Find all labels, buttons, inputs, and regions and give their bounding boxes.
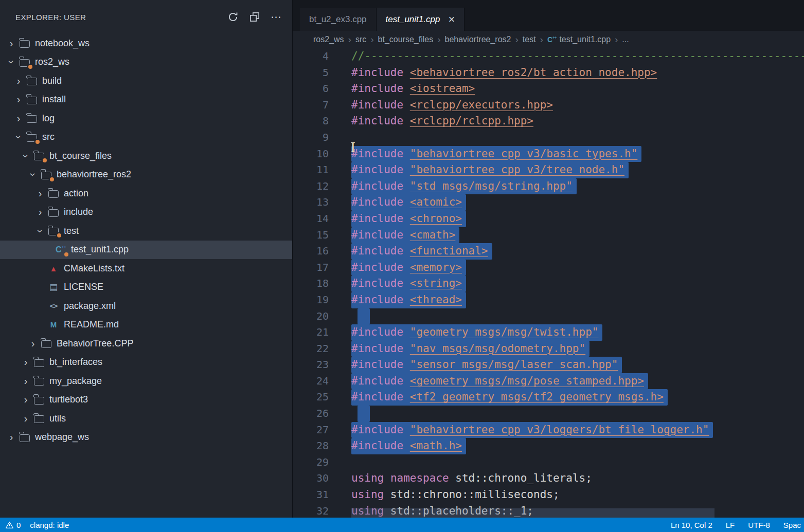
tree-item-package.xml[interactable]: <>package.xml — [0, 297, 292, 316]
status-cursor-position[interactable]: Ln 10, Col 2 — [671, 521, 712, 529]
markdown-file-icon: M — [47, 319, 60, 331]
explorer-sidebar: EXPLORER: USER … ›notebook_ws›ros2_ws›bu… — [0, 0, 293, 518]
code-line-25[interactable]: 25#include <tf2_geometry_msgs/tf2_geomet… — [293, 389, 804, 406]
tab-test_unit1.cpp[interactable]: test_unit1.cpp× — [377, 8, 465, 31]
vscode-window: EXPLORER: USER … ›notebook_ws›ros2_ws›bu… — [0, 0, 804, 518]
tree-item-label: webpage_ws — [35, 432, 89, 443]
chevron-right-icon: › — [346, 34, 353, 45]
code-line-20[interactable]: 20 — [293, 308, 804, 325]
tree-item-bt_course_files[interactable]: ›bt_course_files — [0, 146, 292, 166]
code-line-16[interactable]: 16#include <functional> — [293, 243, 804, 260]
tree-item-ros2_ws[interactable]: ›ros2_ws — [0, 53, 292, 72]
status-label: clangd: idle — [30, 521, 69, 529]
tree-item-notebook_ws[interactable]: ›notebook_ws — [0, 34, 292, 53]
status-left: 0clangd: idle — [5, 521, 69, 529]
folder-icon — [40, 169, 52, 180]
tree-item-log[interactable]: ›log — [0, 109, 292, 128]
line-number: 17 — [293, 260, 329, 276]
code-line-6[interactable]: 6#include <iostream> — [293, 81, 804, 97]
split-editors-icon[interactable] — [248, 10, 261, 24]
code-line-4[interactable]: 4//-------------------------------------… — [293, 48, 804, 65]
tree-item-install[interactable]: ›install — [0, 90, 292, 109]
tree-item-label: action — [64, 188, 88, 199]
breadcrumb-item-test[interactable]: test — [521, 35, 538, 44]
breadcrumb-item-bt_course_files[interactable]: bt_course_files — [376, 35, 436, 44]
tree-item-bt_interfaces[interactable]: ›bt_interfaces — [0, 353, 292, 372]
breadcrumb-item-...[interactable]: ... — [620, 35, 631, 44]
tree-item-label: test_unit1.cpp — [71, 244, 129, 255]
tree-item-CMakeLists.txt[interactable]: ▲CMakeLists.txt — [0, 259, 292, 278]
code-line-18[interactable]: 18#include <string> — [293, 276, 804, 292]
status-indentation[interactable]: Spac — [783, 521, 801, 529]
code-line-29[interactable]: 29 — [293, 454, 804, 471]
line-number: 29 — [293, 454, 329, 471]
cmake-file-icon: ▲ — [47, 263, 60, 274]
tree-item-LICENSE[interactable]: ▤LICENSE — [0, 278, 292, 297]
more-actions-icon[interactable]: … — [270, 10, 283, 24]
code-line-12[interactable]: 12#include "std_msgs/msg/string.hpp" — [293, 178, 804, 195]
horizontal-scrollbar[interactable] — [351, 508, 714, 518]
tree-item-src[interactable]: ›src — [0, 128, 292, 147]
close-icon[interactable]: × — [448, 14, 455, 25]
tree-item-label: my_package — [49, 376, 102, 387]
tree-item-action[interactable]: ›action — [0, 184, 292, 203]
xml-file-icon: <> — [47, 300, 60, 311]
code-line-26[interactable]: 26 — [293, 406, 804, 422]
breadcrumb-item-ros2_ws[interactable]: ros2_ws — [311, 35, 346, 44]
cpp-file-icon: C++ — [547, 35, 556, 44]
code-line-7[interactable]: 7#include <rclcpp/executors.hpp> — [293, 97, 804, 114]
code-line-14[interactable]: 14#include <chrono> — [293, 211, 804, 227]
tree-item-my_package[interactable]: ›my_package — [0, 372, 292, 391]
status-encoding[interactable]: UTF-8 — [748, 521, 770, 529]
tree-item-utils[interactable]: ›utils — [0, 409, 292, 428]
tree-item-webpage_ws[interactable]: ›webpage_ws — [0, 428, 292, 447]
code-line-17[interactable]: 17#include <memory> — [293, 260, 804, 276]
line-number: 11 — [293, 162, 329, 178]
status-eol[interactable]: LF — [726, 521, 735, 529]
code-line-22[interactable]: 22#include "nav_msgs/msg/odometry.hpp" — [293, 341, 804, 357]
code-line-10[interactable]: 10#include "behaviortree_cpp_v3/basic_ty… — [293, 146, 804, 162]
breadcrumb-item-src[interactable]: src — [353, 35, 368, 44]
code-line-30[interactable]: 30using namespace std::chrono_literals; — [293, 470, 804, 487]
code-line-21[interactable]: 21#include "geometry_msgs/msg/twist.hpp" — [293, 324, 804, 341]
chevron-down-icon: › — [13, 132, 25, 142]
code-line-27[interactable]: 27#include "behaviortree_cpp_v3/loggers/… — [293, 422, 804, 438]
folder-icon — [19, 432, 31, 443]
code-line-13[interactable]: 13#include <atomic> — [293, 194, 804, 211]
status-problems[interactable]: 0 — [5, 521, 21, 529]
tree-item-include[interactable]: ›include — [0, 203, 292, 222]
tree-item-behaviortree_ros2[interactable]: ›behaviortree_ros2 — [0, 166, 292, 185]
line-text: #include <rclcpp/executors.hpp> — [351, 97, 553, 114]
code-line-9[interactable]: 9 — [293, 130, 804, 146]
code-line-5[interactable]: 5#include <behaviortree_ros2/bt_action_n… — [293, 65, 804, 81]
tree-item-test_unit1.cpp[interactable]: C++test_unit1.cpp — [0, 241, 292, 260]
code-line-31[interactable]: 31using std::chrono::milliseconds; — [293, 487, 804, 503]
code-line-15[interactable]: 15#include <cmath> — [293, 227, 804, 244]
code-line-19[interactable]: 19#include <thread> — [293, 292, 804, 308]
code-line-8[interactable]: 8#include <rclcpp/rclcpp.hpp> — [293, 113, 804, 130]
tree-item-label: install — [42, 94, 66, 105]
modified-dot — [64, 252, 68, 256]
tree-item-build[interactable]: ›build — [0, 71, 292, 90]
refresh-icon[interactable] — [226, 10, 240, 24]
tree-item-BehaviorTree.CPP[interactable]: ›BehaviorTree.CPP — [0, 334, 292, 353]
tree-item-label: notebook_ws — [35, 38, 90, 49]
code-line-23[interactable]: 23#include "sensor_msgs/msg/laser_scan.h… — [293, 357, 804, 373]
tree-item-test[interactable]: ›test — [0, 222, 292, 241]
tree-item-turtlebot3[interactable]: ›turtlebot3 — [0, 391, 292, 410]
status-label: LF — [726, 521, 735, 529]
tab-bar: bt_u2_ex3.cpptest_unit1.cpp× — [293, 0, 804, 31]
breadcrumb-item-test_unit1.cpp[interactable]: C++test_unit1.cpp — [545, 35, 613, 44]
tab-bt_u2_ex3.cpp[interactable]: bt_u2_ex3.cpp — [300, 8, 377, 31]
tree-item-label: LICENSE — [64, 282, 103, 292]
code-line-24[interactable]: 24#include <geometry_msgs/msg/pose_stamp… — [293, 373, 804, 390]
status-language-server[interactable]: clangd: idle — [30, 521, 69, 529]
line-text: using std::chrono::milliseconds; — [351, 487, 560, 503]
breadcrumb-item-behaviortree_ros2[interactable]: behaviortree_ros2 — [443, 35, 513, 44]
code-line-28[interactable]: 28#include <math.h> — [293, 438, 804, 454]
code-line-11[interactable]: 11#include "behaviortree_cpp_v3/tree_nod… — [293, 162, 804, 178]
tree-item-README.md[interactable]: MREADME.md — [0, 316, 292, 335]
code-editor[interactable]: 4//-------------------------------------… — [293, 48, 804, 518]
line-number: 25 — [293, 389, 329, 406]
folder-icon — [33, 413, 45, 424]
